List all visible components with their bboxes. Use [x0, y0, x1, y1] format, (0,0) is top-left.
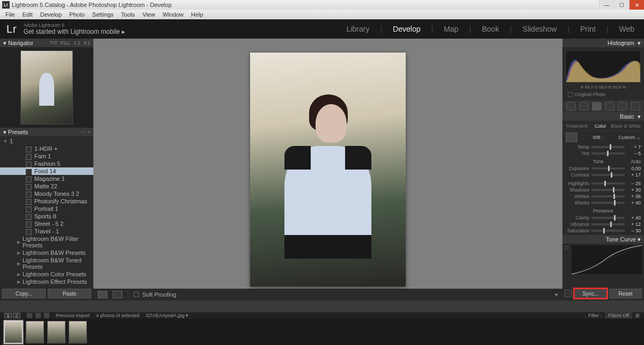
preset-item[interactable]: Photonify Christmas	[0, 197, 93, 205]
preset-item[interactable]: 1-HDR +	[0, 145, 93, 152]
nav-zoom-FIT[interactable]: FIT	[50, 40, 57, 46]
paste-button[interactable]: Paste	[48, 289, 91, 298]
compare-view-button[interactable]	[113, 291, 122, 298]
sync-button[interactable]: Sync...	[574, 289, 607, 298]
monitor-2[interactable]: 2	[13, 313, 20, 318]
preset-minus-icon[interactable]: –	[82, 129, 84, 135]
tonecurve-graph[interactable]	[572, 245, 642, 274]
previous-import-label[interactable]: Previous Import	[56, 313, 90, 318]
monitor-1[interactable]: 1	[4, 313, 12, 318]
loupe-view[interactable]	[93, 39, 562, 300]
preset-item[interactable]: Magazine 1	[0, 175, 93, 182]
identity-line2[interactable]: Get started with Lightroom mobile ▸	[24, 28, 125, 35]
preset-folder[interactable]: ▶Lightroom B&W Presets	[0, 249, 93, 256]
nav-zoom-FILL[interactable]: FILL	[61, 40, 70, 46]
module-print[interactable]: Print	[577, 25, 599, 33]
wb-eyedropper[interactable]	[566, 133, 577, 142]
preset-item[interactable]: Moody Tones 3 2	[0, 190, 93, 197]
slider-shadows[interactable]: Shadows+ 30	[566, 187, 641, 193]
preset-item[interactable]: Street - 5 2	[0, 220, 93, 227]
filmstrip-thumb[interactable]	[26, 321, 44, 343]
slider-clarity[interactable]: Clarity+ 40	[566, 215, 641, 221]
menu-file[interactable]: File	[2, 11, 18, 18]
slider-saturation[interactable]: Saturation– 30	[566, 227, 641, 234]
navigator-preview[interactable]	[0, 47, 93, 128]
module-book[interactable]: Book	[479, 25, 502, 33]
redeye-tool[interactable]	[592, 102, 602, 111]
module-slideshow[interactable]: Slideshow	[519, 25, 560, 33]
slider-blacks[interactable]: Blacks+ 40	[566, 200, 641, 206]
tonecurve-target-icon[interactable]	[565, 246, 569, 250]
module-library[interactable]: Library	[343, 25, 373, 33]
histogram-header[interactable]: Histogram▾	[562, 39, 644, 47]
loupe-view-button[interactable]	[98, 291, 107, 298]
slider-contrast[interactable]: Contrast+ 17	[566, 172, 641, 178]
nav-zoom-1:1[interactable]: 1:1	[74, 40, 80, 46]
menu-tools[interactable]: Tools	[118, 11, 138, 18]
filter-dropdown[interactable]: Filters Off	[605, 312, 632, 319]
basic-header[interactable]: Basic▾	[562, 112, 644, 121]
menu-view[interactable]: View	[139, 11, 158, 18]
nav-zoom-3:1[interactable]: 3:1	[83, 40, 90, 46]
filmstrip-thumb[interactable]	[69, 321, 87, 343]
menu-develop[interactable]: Develop	[37, 11, 65, 18]
grid-icon[interactable]	[44, 313, 49, 318]
slider-exposure[interactable]: Exposure0,00	[566, 165, 641, 172]
checkbox-icon[interactable]	[568, 92, 573, 97]
checkbox-icon[interactable]	[134, 292, 139, 297]
brush-tool[interactable]	[631, 102, 640, 111]
treatment-bw[interactable]: Black & White	[611, 123, 641, 129]
menu-photo[interactable]: Photo	[66, 11, 88, 18]
preset-folder[interactable]: ▶Lightroom B&W Filter Presets	[0, 235, 93, 249]
slider-tint[interactable]: Tint– 5	[566, 150, 641, 157]
filmstrip[interactable]	[0, 319, 644, 345]
crop-tool[interactable]	[566, 102, 576, 111]
menu-window[interactable]: Window	[159, 11, 187, 18]
preset-folder[interactable]: ▶Lightroom Effect Presets	[0, 278, 93, 285]
module-web[interactable]: Web	[616, 25, 638, 33]
treatment-color[interactable]: Color	[595, 123, 606, 129]
preset-group[interactable]: ▼1	[0, 137, 93, 145]
preset-item[interactable]: Fashion 5	[0, 160, 93, 167]
menu-settings[interactable]: Settings	[89, 11, 117, 18]
sync-switch[interactable]	[565, 290, 572, 297]
preset-item[interactable]: Food 14	[0, 167, 93, 175]
slider-vibrance[interactable]: Vibrance+ 12	[566, 221, 641, 227]
menu-edit[interactable]: Edit	[19, 11, 36, 18]
reset-button[interactable]: Reset	[609, 289, 642, 298]
preset-plus-icon[interactable]: +	[87, 129, 90, 135]
module-map[interactable]: Map	[441, 25, 462, 33]
minimize-button[interactable]: —	[599, 0, 614, 10]
slider-highlights[interactable]: Highlights– 26	[566, 180, 641, 187]
menu-help[interactable]: Help	[188, 11, 207, 18]
slider-whites[interactable]: Whites+ 36	[566, 193, 641, 200]
wb-preset[interactable]: Custom ⌄	[618, 135, 641, 140]
grid-icon[interactable]	[35, 313, 41, 318]
preset-item[interactable]: Matte 22	[0, 182, 93, 190]
original-photo-toggle[interactable]: Original Photo	[565, 91, 642, 98]
preset-folder[interactable]: ▶Lightroom B&W Toned Presets	[0, 256, 93, 270]
preset-item[interactable]: Portrait 1	[0, 205, 93, 212]
grad-tool[interactable]	[605, 102, 614, 111]
preset-item[interactable]: Travel - 1	[0, 227, 93, 235]
filmstrip-thumb[interactable]	[4, 321, 23, 343]
maximize-button[interactable]: ☐	[614, 0, 629, 10]
presets-header[interactable]: ▾ Presets –+	[0, 128, 93, 136]
close-button[interactable]: ✕	[629, 0, 644, 10]
filter-lock-icon[interactable]: ⊞	[635, 313, 640, 318]
copy-button[interactable]: Copy...	[2, 289, 46, 298]
tonecurve-header[interactable]: Tone Curve ▾	[562, 235, 644, 244]
soft-proofing-toggle[interactable]: Soft Proofing	[134, 291, 177, 298]
preset-item[interactable]: Sports 8	[0, 212, 93, 220]
current-filename[interactable]: /27AEAApralA.jpg ▾	[146, 313, 189, 318]
slider-temp[interactable]: Temp+ 7	[566, 144, 641, 150]
auto-tone[interactable]: Auto	[631, 159, 641, 164]
preset-item[interactable]: Fam 1	[0, 152, 93, 160]
filmstrip-thumb[interactable]	[47, 321, 65, 343]
histogram-display[interactable]	[566, 50, 641, 83]
navigator-header[interactable]: ▾ Navigator FITFILL1:13:1	[0, 39, 93, 47]
spot-tool[interactable]	[579, 102, 589, 111]
module-develop[interactable]: Develop	[390, 25, 423, 33]
grid-icon[interactable]	[27, 313, 32, 318]
preset-folder[interactable]: ▶Lightroom Color Presets	[0, 270, 93, 278]
